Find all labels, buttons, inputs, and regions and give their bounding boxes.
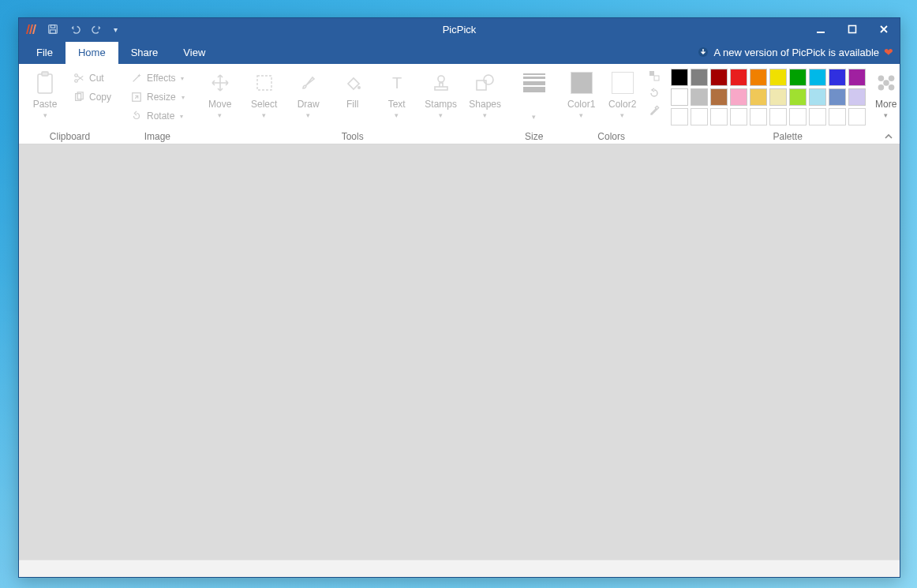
svg-text:T: T xyxy=(392,74,402,92)
cut-button[interactable]: Cut xyxy=(68,69,116,88)
group-label-size: Size xyxy=(525,129,543,144)
palette-swatch[interactable] xyxy=(789,108,807,125)
effects-button[interactable]: Effects ▾ xyxy=(125,69,189,88)
chevron-down-icon: ▾ xyxy=(620,111,624,119)
copy-button[interactable]: Copy xyxy=(68,88,116,107)
swap-colors-icon[interactable] xyxy=(647,69,661,83)
qat-customize-icon[interactable]: ▾ xyxy=(112,22,118,36)
app-logo-icon xyxy=(24,22,38,36)
rotate-icon xyxy=(130,110,143,122)
canvas-workspace[interactable] xyxy=(19,144,900,560)
palette-swatch[interactable] xyxy=(730,88,747,106)
text-icon: T xyxy=(384,70,410,96)
text-tool-button[interactable]: T Text ▾ xyxy=(376,67,418,119)
chevron-down-icon: ▾ xyxy=(181,75,184,82)
color2-button[interactable]: Color2 ▾ xyxy=(603,67,642,119)
update-available-banner[interactable]: A new version of PicPick is available ❤ xyxy=(698,40,900,64)
tab-view[interactable]: View xyxy=(170,42,218,64)
bucket-icon xyxy=(340,70,365,96)
palette-swatch[interactable] xyxy=(710,108,728,125)
palette-swatch[interactable] xyxy=(829,88,846,106)
title-bar[interactable]: ▾ PicPick xyxy=(19,18,900,40)
eyedropper-icon[interactable] xyxy=(647,103,661,118)
palette-swatch[interactable] xyxy=(789,69,807,86)
paste-icon xyxy=(32,70,58,96)
palette-swatch[interactable] xyxy=(769,108,787,125)
palette-swatch[interactable] xyxy=(829,108,846,125)
svg-rect-4 xyxy=(849,26,856,33)
chevron-down-icon: ▾ xyxy=(579,111,583,119)
palette-swatch[interactable] xyxy=(809,108,826,125)
group-label-clipboard: Clipboard xyxy=(50,129,90,144)
palette-swatch[interactable] xyxy=(710,69,728,86)
palette-swatch[interactable] xyxy=(691,69,708,86)
palette-swatch[interactable] xyxy=(750,88,767,106)
svg-point-26 xyxy=(889,84,895,91)
color1-button[interactable]: Color1 ▾ xyxy=(562,67,601,119)
group-image: Effects ▾ Resize ▾ Rotate xyxy=(121,64,194,144)
close-button[interactable] xyxy=(868,18,900,40)
chevron-down-icon: ▾ xyxy=(218,111,222,119)
svg-rect-20 xyxy=(649,71,654,76)
palette-swatch[interactable] xyxy=(730,108,747,125)
svg-point-25 xyxy=(878,84,884,91)
group-label-palette: Palette xyxy=(773,129,803,144)
svg-point-24 xyxy=(889,76,895,82)
palette-swatch[interactable] xyxy=(710,88,728,106)
svg-point-9 xyxy=(75,74,78,77)
qat-redo-icon[interactable] xyxy=(90,22,104,36)
tab-share[interactable]: Share xyxy=(118,42,171,64)
qat-save-icon[interactable] xyxy=(46,22,60,36)
resize-button[interactable]: Resize ▾ xyxy=(125,88,189,107)
maximize-button[interactable] xyxy=(837,18,868,40)
palette-swatch[interactable] xyxy=(750,108,767,125)
group-tools: Move ▾ Select ▾ Draw ▾ xyxy=(194,64,511,144)
stamp-icon xyxy=(429,70,454,96)
palette-swatch[interactable] xyxy=(691,108,708,125)
quick-access-toolbar: ▾ xyxy=(46,22,118,36)
window-controls xyxy=(805,18,900,40)
svg-rect-3 xyxy=(817,32,825,33)
color2-swatch xyxy=(610,70,635,96)
palette-swatch[interactable] xyxy=(769,69,787,86)
qat-undo-icon[interactable] xyxy=(68,22,82,36)
paste-button[interactable]: Paste ▾ xyxy=(24,67,66,119)
palette-swatch[interactable] xyxy=(671,108,688,125)
group-label-image: Image xyxy=(144,129,170,144)
line-size-button[interactable]: ▾ xyxy=(516,67,552,121)
palette-swatch[interactable] xyxy=(730,69,747,86)
palette-swatch[interactable] xyxy=(848,108,866,125)
palette-swatch[interactable] xyxy=(809,88,826,106)
stamps-tool-button[interactable]: Stamps ▾ xyxy=(420,67,462,119)
palette-swatch[interactable] xyxy=(829,69,846,86)
select-icon xyxy=(252,70,277,96)
move-tool-button[interactable]: Move ▾ xyxy=(199,67,241,119)
copy-icon xyxy=(73,91,85,103)
draw-tool-button[interactable]: Draw ▾ xyxy=(287,67,330,119)
palette-swatch[interactable] xyxy=(671,88,688,106)
tab-home[interactable]: Home xyxy=(66,42,118,64)
shapes-tool-button[interactable]: Shapes ▾ xyxy=(464,67,507,119)
chevron-down-icon: ▾ xyxy=(180,113,183,120)
minimize-button[interactable] xyxy=(805,18,837,40)
palette-swatch[interactable] xyxy=(750,69,767,86)
rotate-button[interactable]: Rotate ▾ xyxy=(125,107,189,125)
palette-swatch[interactable] xyxy=(848,88,866,106)
fill-tool-button[interactable]: Fill xyxy=(331,67,374,110)
collapse-ribbon-button[interactable] xyxy=(884,133,893,140)
svg-point-27 xyxy=(883,80,889,86)
group-label-colors: Colors xyxy=(597,129,625,144)
group-palette: More ▾ Palette xyxy=(666,64,910,144)
group-colors: Color1 ▾ Color2 ▾ xyxy=(557,64,666,144)
palette-swatch[interactable] xyxy=(671,69,688,86)
reset-colors-icon[interactable] xyxy=(647,86,661,100)
palette-more-button[interactable]: More ▾ xyxy=(867,67,905,119)
palette-swatch[interactable] xyxy=(691,88,708,106)
select-tool-button[interactable]: Select ▾ xyxy=(243,67,286,119)
palette-swatch[interactable] xyxy=(769,88,787,106)
palette-swatch[interactable] xyxy=(809,69,826,86)
palette-swatch[interactable] xyxy=(848,69,866,86)
palette-swatch[interactable] xyxy=(789,88,807,106)
svg-rect-1 xyxy=(51,25,54,28)
tab-file[interactable]: File xyxy=(24,42,66,64)
